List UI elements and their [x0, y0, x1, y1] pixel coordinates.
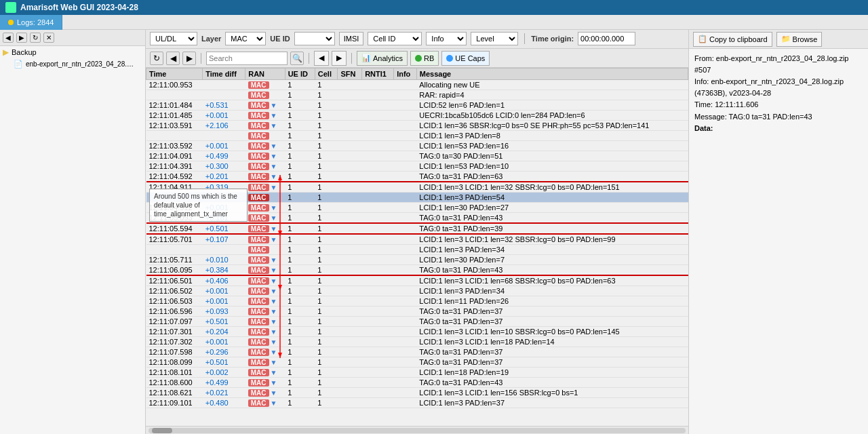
sidebar-fwd-btn[interactable]: ▶ [16, 33, 27, 43]
logs-tab[interactable]: Logs: 2844 [0, 15, 62, 30]
table-cell: LCID:1 len=3 LCID:1 len=10 SBSR:lcg=0 bs… [416, 327, 688, 337]
table-cell [338, 80, 362, 90]
table-cell [338, 255, 362, 265]
table-row[interactable]: 12:11:08.621+0.021MAC▼11LCID:1 len=3 LCI… [146, 388, 688, 398]
table-row[interactable]: 12:11:04.391+0.300MAC▼11LCID:1 len=53 PA… [146, 161, 688, 172]
table-row[interactable]: 12:11:04.592+0.201MAC▼11TAG:0 ta=31 PAD:… [146, 172, 688, 182]
table-cell: 1 [285, 265, 315, 276]
content-area: UL/DL UL DL Layer MAC PHY RLC UE ID 1 IM… [146, 30, 688, 434]
mac-badge: MAC [248, 122, 269, 130]
refresh-btn[interactable]: ↻ [150, 52, 163, 65]
table-cell [146, 131, 203, 141]
nav-next2-btn[interactable]: ▶ [332, 51, 347, 66]
table-row[interactable]: 12:11:09.101+0.480MAC▼11LCID:1 len=3 PAD… [146, 398, 688, 408]
ue-id-select[interactable]: 1 [294, 32, 335, 45]
backup-label: Backup [12, 48, 37, 56]
table-row[interactable]: 12:11:07.598+0.296MAC▼11TAG:0 ta=31 PAD:… [146, 347, 688, 357]
search-input[interactable] [206, 52, 288, 65]
table-row[interactable]: 12:11:07.301+0.204MAC▼11LCID:1 len=3 LCI… [146, 327, 688, 337]
mac-badge: MAC [248, 81, 269, 89]
table-row[interactable]: MAC11RAR: rapid=4 [146, 90, 688, 100]
browse-label: Browse [793, 35, 818, 43]
table-row[interactable]: 12:11:03.592+0.001MAC▼11LCID:1 len=53 PA… [146, 141, 688, 151]
col-time: Time [146, 68, 203, 80]
table-row[interactable]: 12:11:05.594+0.501MAC▼11TAG:0 ta=31 PAD:… [146, 223, 688, 234]
table-row[interactable]: MAC11LCID:1 len=3 PAD:len=8 [146, 131, 688, 141]
table-row[interactable]: 12:11:03.591+2.106MAC▼11LCID:1 len=36 SB… [146, 121, 688, 131]
table-row[interactable]: 12:11:01.484+0.531MAC▼11LCID:52 len=6 PA… [146, 100, 688, 111]
mac-badge: MAC [248, 379, 269, 387]
table-row[interactable]: MAC11LCID:1 len=3 PAD:len=34 [146, 245, 688, 255]
ul-dl-select[interactable]: UL/DL UL DL [150, 32, 197, 45]
table-cell: TAG:0 ta=31 PAD:len=37 [416, 307, 688, 317]
table-cell: +0.010 [203, 255, 245, 265]
table-cell: LCID:1 len=3 PAD:len=8 [416, 131, 688, 141]
message-line: Message: TAG:0 ta=31 PAD:len=43 [694, 111, 863, 123]
table-cell: TAG:0 ta=31 PAD:len=43 [416, 265, 688, 276]
table-row[interactable]: 12:11:06.095+0.384MAC▼11TAG:0 ta=31 PAD:… [146, 265, 688, 276]
log-table-body: 12:11:00.953MAC11Allocating new UEMAC11R… [146, 80, 688, 408]
table-row[interactable]: 12:11:08.099+0.501MAC▼11TAG:0 ta=31 PAD:… [146, 357, 688, 368]
title-bar: Amarisoft Web GUI 2023-04-28 [0, 0, 868, 15]
table-row[interactable]: 12:11:07.097+0.501MAC▼11TAG:0 ta=31 PAD:… [146, 317, 688, 327]
table-cell [338, 172, 362, 182]
direction-arrow: ▼ [271, 225, 277, 233]
table-cell [338, 161, 362, 172]
table-cell: MAC▼ [245, 203, 285, 213]
table-row[interactable]: 12:11:05.701+0.107MAC▼11LCID:1 len=3 LCI… [146, 234, 688, 245]
col-message: Message [416, 68, 688, 80]
table-row[interactable]: 12:11:08.101+0.002MAC▼11LCID:1 len=18 PA… [146, 368, 688, 378]
scroll-thumb[interactable] [152, 428, 172, 433]
rb-btn[interactable]: RB [410, 51, 439, 66]
table-row[interactable]: 12:11:05.711+0.010MAC▼11LCID:1 len=30 PA… [146, 255, 688, 265]
table-row[interactable]: 12:11:06.502+0.001MAC▼11LCID:1 len=3 PAD… [146, 286, 688, 296]
bottom-scrollbar[interactable] [146, 426, 688, 434]
table-cell: 1 [285, 357, 315, 368]
toolbar-row-1: UL/DL UL DL Layer MAC PHY RLC UE ID 1 IM… [146, 30, 688, 49]
prev-btn[interactable]: ◀ [166, 52, 180, 65]
mac-badge: MAC [248, 359, 269, 366]
copy-to-clipboard-btn[interactable]: 📋 Copy to clipboard [693, 32, 772, 47]
sidebar-refresh-btn[interactable]: ↻ [30, 33, 41, 43]
mac-badge: MAC [248, 225, 269, 233]
sidebar-back-btn[interactable]: ◀ [3, 33, 14, 43]
info-select[interactable]: Info [426, 32, 467, 45]
table-row[interactable]: 12:11:04.091+0.499MAC▼11TAG:0 ta=30 PAD:… [146, 151, 688, 161]
sidebar-item-backup[interactable]: ▶ Backup [0, 46, 145, 58]
imsi-btn[interactable]: IMSI [339, 32, 364, 45]
sep2 [201, 53, 201, 64]
nav-prev2-btn[interactable]: ◀ [314, 51, 329, 66]
table-cell: LCID:1 len=3 LCID:1 len=68 SBSR:lcg=0 bs… [416, 275, 688, 286]
table-cell [362, 347, 394, 357]
direction-arrow: ▼ [271, 369, 277, 376]
sidebar-item-file[interactable]: 📄 enb-export_nr_ntn_r2023_04_28.log.zip [0, 58, 145, 70]
table-row[interactable]: 12:11:00.953MAC11Allocating new UE [146, 80, 688, 90]
table-row[interactable]: 12:11:06.596+0.093MAC▼11TAG:0 ta=31 PAD:… [146, 307, 688, 317]
col-info: Info [394, 68, 417, 80]
browse-btn[interactable]: 📁 Browse [776, 32, 823, 47]
direction-arrow: ▼ [271, 328, 277, 336]
right-panel-toolbar: 📋 Copy to clipboard 📁 Browse [689, 30, 868, 49]
ue-caps-btn[interactable]: UE Caps [441, 51, 490, 66]
table-row[interactable]: 12:11:06.501+0.406MAC▼11LCID:1 len=3 LCI… [146, 275, 688, 286]
table-cell: 1 [315, 182, 338, 193]
table-cell: 1 [315, 378, 338, 388]
table-cell: MAC▼ [245, 378, 285, 388]
table-row[interactable]: 12:11:01.485+0.001MAC▼11UECRI:1bca5b105d… [146, 111, 688, 121]
sidebar-close-btn[interactable]: ✕ [43, 33, 54, 43]
table-cell [362, 234, 394, 245]
time-origin-input[interactable]: 00:00:00.000 [578, 32, 635, 45]
table-cell [394, 161, 417, 172]
table-row[interactable]: 12:11:08.600+0.499MAC▼11TAG:0 ta=31 PAD:… [146, 378, 688, 388]
layer-select[interactable]: MAC PHY RLC [225, 32, 266, 45]
table-row[interactable]: 12:11:07.302+0.001MAC▼11LCID:1 len=3 LCI… [146, 337, 688, 347]
search-btn[interactable]: 🔍 [290, 52, 304, 65]
analytics-btn[interactable]: 📊 Analytics [357, 51, 408, 66]
level-select[interactable]: Level [471, 32, 518, 45]
next-btn[interactable]: ▶ [182, 52, 196, 65]
cell-id-select[interactable]: Cell ID [368, 32, 422, 45]
table-row[interactable]: 12:11:06.503+0.001MAC▼11LCID:1 len=11 PA… [146, 296, 688, 307]
table-cell: 12:11:08.099 [146, 357, 203, 368]
table-cell: 1 [285, 151, 315, 161]
table-cell: +0.001 [203, 141, 245, 151]
